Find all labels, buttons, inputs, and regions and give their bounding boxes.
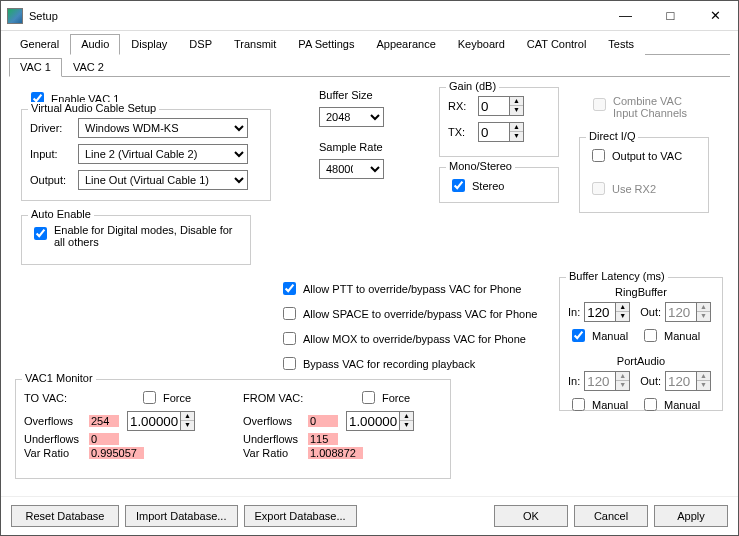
bypass-rec-checkbox[interactable]: Bypass VAC for recording playback	[279, 354, 537, 373]
subtab-vac2[interactable]: VAC 2	[62, 58, 115, 77]
input-select[interactable]: Line 2 (Virtual Cable 2)	[78, 144, 248, 164]
down-icon[interactable]: ▼	[510, 106, 523, 115]
driver-select[interactable]: Windows WDM-KS	[78, 118, 248, 138]
output-to-vac-label: Output to VAC	[612, 150, 682, 162]
tab-appearance[interactable]: Appearance	[365, 34, 446, 55]
allow-ptt-checkbox[interactable]: Allow PTT to override/bypass VAC for Pho…	[279, 279, 537, 298]
window-title: Setup	[29, 10, 603, 22]
down-icon[interactable]: ▼	[510, 132, 523, 141]
tab-pa-settings[interactable]: PA Settings	[287, 34, 365, 55]
combine-vac-checkbox: Combine VACInput Channels	[589, 95, 687, 119]
output-select[interactable]: Line Out (Virtual Cable 1)	[78, 170, 248, 190]
mono-stereo-group: Mono/Stereo Stereo	[439, 167, 559, 203]
output-to-vac-checkbox[interactable]: Output to VAC	[588, 146, 700, 165]
gain-legend: Gain (dB)	[446, 80, 499, 92]
import-database-button[interactable]: Import Database...	[125, 505, 238, 527]
vac1-monitor-group: VAC1 Monitor TO VAC: Force Overflows 254…	[15, 379, 451, 479]
up-icon[interactable]: ▲	[510, 123, 523, 132]
sample-rate-label: Sample Rate	[319, 141, 384, 153]
port-out-input[interactable]	[666, 372, 696, 390]
titlebar: Setup ― □ ✕	[1, 1, 738, 31]
auto-enable-checkbox[interactable]: Enable for Digital modes, Disable for al…	[30, 224, 242, 248]
auto-enable-legend: Auto Enable	[28, 208, 94, 220]
gain-tx-input[interactable]	[479, 123, 509, 141]
reset-database-button[interactable]: Reset Database	[11, 505, 119, 527]
sample-rate-select[interactable]: 48000	[319, 159, 384, 179]
auto-enable-input[interactable]	[34, 227, 47, 240]
allow-space-input[interactable]	[283, 307, 296, 320]
bypass-rec-label: Bypass VAC for recording playback	[303, 358, 475, 370]
close-button[interactable]: ✕	[693, 1, 738, 31]
gain-rx-input[interactable]	[479, 97, 509, 115]
to-underflows-value: 0	[89, 433, 119, 445]
allow-mox-label: Allow MOX to override/bypass VAC for Pho…	[303, 333, 526, 345]
export-database-button[interactable]: Export Database...	[244, 505, 357, 527]
up-icon[interactable]: ▲	[510, 97, 523, 106]
from-vac-column: FROM VAC: Force Overflows 0 ▲▼ Underflow…	[243, 388, 442, 459]
to-overflows-value: 254	[89, 415, 119, 427]
ring-in-spinner[interactable]: ▲▼	[584, 302, 630, 322]
port-out-spinner[interactable]: ▲▼	[665, 371, 711, 391]
cancel-button[interactable]: Cancel	[574, 505, 648, 527]
minimize-button[interactable]: ―	[603, 1, 648, 31]
ring-in-manual-checkbox[interactable]: Manual	[568, 326, 628, 345]
port-in-manual-checkbox[interactable]: Manual	[568, 395, 628, 414]
port-in-spinner[interactable]: ▲▼	[584, 371, 630, 391]
ring-in-input[interactable]	[585, 303, 615, 321]
apply-button[interactable]: Apply	[654, 505, 728, 527]
gain-tx-label: TX:	[448, 126, 478, 138]
auto-enable-group: Auto Enable Enable for Digital modes, Di…	[21, 215, 251, 265]
driver-label: Driver:	[30, 122, 78, 134]
allow-mox-checkbox[interactable]: Allow MOX to override/bypass VAC for Pho…	[279, 329, 537, 348]
bottom-bar: Reset Database Import Database... Export…	[1, 496, 738, 535]
stereo-input[interactable]	[452, 179, 465, 192]
use-rx2-checkbox: Use RX2	[588, 179, 700, 198]
tab-transmit[interactable]: Transmit	[223, 34, 287, 55]
gain-tx-spinner[interactable]: ▲▼	[478, 122, 524, 142]
ring-out-manual-checkbox[interactable]: Manual	[640, 326, 700, 345]
port-in-input[interactable]	[585, 372, 615, 390]
subtab-vac1[interactable]: VAC 1	[9, 58, 62, 77]
buffer-size-block: Buffer Size 2048	[319, 89, 384, 127]
buffer-size-label: Buffer Size	[319, 89, 384, 101]
allow-ptt-input[interactable]	[283, 282, 296, 295]
from-force-checkbox[interactable]: Force	[358, 388, 410, 407]
to-value-spinner[interactable]: ▲▼	[127, 411, 195, 431]
from-underflows-label: Underflows	[243, 433, 308, 445]
to-overflows-label: Overflows	[24, 415, 89, 427]
latency-out-label: Out:	[640, 306, 661, 318]
vac-setup-group: Virtual Audio Cable Setup Driver: Window…	[21, 109, 271, 201]
use-rx2-label: Use RX2	[612, 183, 656, 195]
tab-keyboard[interactable]: Keyboard	[447, 34, 516, 55]
to-varratio-value: 0.995057	[89, 447, 144, 459]
output-label: Output:	[30, 174, 78, 186]
to-force-checkbox[interactable]: Force	[139, 388, 191, 407]
output-to-vac-input[interactable]	[592, 149, 605, 162]
combine-vac-label: Combine VACInput Channels	[613, 95, 687, 119]
tab-general[interactable]: General	[9, 34, 70, 55]
tab-cat-control[interactable]: CAT Control	[516, 34, 598, 55]
from-underflows-value: 115	[308, 433, 338, 445]
allow-mox-input[interactable]	[283, 332, 296, 345]
ring-out-spinner[interactable]: ▲▼	[665, 302, 711, 322]
maximize-button[interactable]: □	[648, 1, 693, 31]
portaudio-label: PortAudio	[568, 355, 714, 367]
from-overflows-value: 0	[308, 415, 338, 427]
tab-audio[interactable]: Audio	[70, 34, 120, 55]
use-rx2-input	[592, 182, 605, 195]
port-out-manual-checkbox[interactable]: Manual	[640, 395, 700, 414]
tab-tests[interactable]: Tests	[597, 34, 645, 55]
tab-display[interactable]: Display	[120, 34, 178, 55]
allow-space-checkbox[interactable]: Allow SPACE to override/bypass VAC for P…	[279, 304, 537, 323]
bypass-rec-input[interactable]	[283, 357, 296, 370]
gain-rx-spinner[interactable]: ▲▼	[478, 96, 524, 116]
tab-dsp[interactable]: DSP	[178, 34, 223, 55]
ring-out-input[interactable]	[666, 303, 696, 321]
vac1-monitor-legend: VAC1 Monitor	[22, 372, 96, 384]
from-value-spinner[interactable]: ▲▼	[346, 411, 414, 431]
stereo-checkbox[interactable]: Stereo	[448, 176, 550, 195]
input-label: Input:	[30, 148, 78, 160]
mono-stereo-legend: Mono/Stereo	[446, 160, 515, 172]
ok-button[interactable]: OK	[494, 505, 568, 527]
buffer-size-select[interactable]: 2048	[319, 107, 384, 127]
